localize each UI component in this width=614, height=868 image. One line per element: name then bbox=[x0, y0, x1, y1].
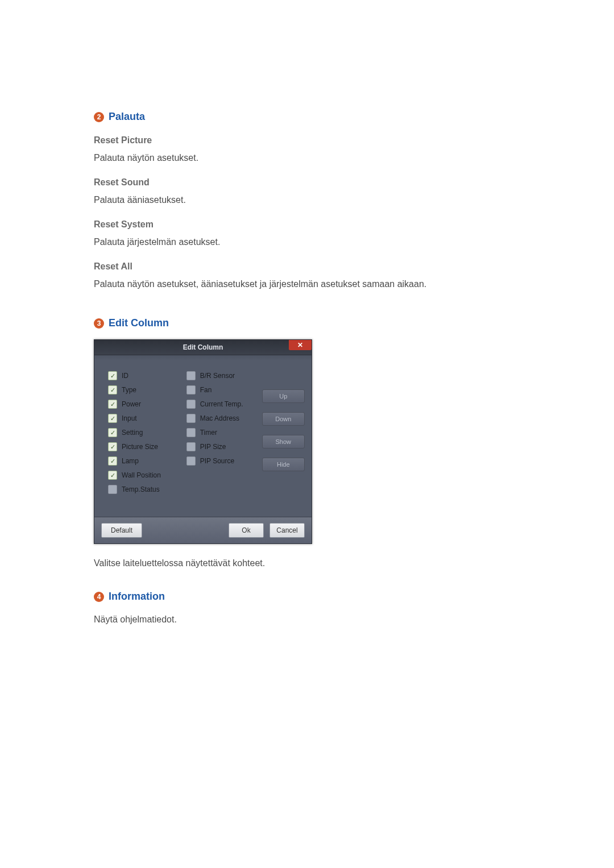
column-right: Up Down Show Hide bbox=[262, 371, 305, 494]
checkbox-icon[interactable]: ✓ bbox=[108, 456, 117, 466]
checkbox-icon[interactable] bbox=[186, 428, 196, 437]
section-heading-edit-column: 3 Edit Column bbox=[94, 317, 523, 329]
checkbox-label: PIP Size bbox=[200, 443, 226, 451]
badge-icon: 3 bbox=[94, 318, 104, 329]
hide-button[interactable]: Hide bbox=[262, 458, 305, 471]
edit-column-dialog: Edit Column ✕ ✓ID✓Type✓Power✓Input✓Setti… bbox=[94, 339, 312, 544]
checkbox-row[interactable]: Temp.Status bbox=[108, 485, 180, 494]
section-title: Palauta bbox=[109, 111, 145, 123]
checkbox-label: Wall Position bbox=[122, 471, 161, 479]
section-heading-palauta: 2 Palauta bbox=[94, 111, 523, 123]
section-title: Information bbox=[109, 591, 165, 603]
checkbox-row[interactable]: ✓Type bbox=[108, 385, 180, 394]
checkbox-label: Type bbox=[122, 386, 136, 394]
checkbox-icon[interactable] bbox=[108, 485, 117, 494]
sub-heading: Reset System bbox=[94, 219, 523, 230]
default-button[interactable]: Default bbox=[101, 523, 142, 538]
checkbox-label: Power bbox=[122, 400, 141, 408]
down-button[interactable]: Down bbox=[262, 412, 305, 426]
dialog-footer: Default Ok Cancel bbox=[94, 517, 312, 543]
checkbox-row[interactable]: PIP Size bbox=[186, 442, 255, 451]
checkbox-row[interactable]: Timer bbox=[186, 428, 255, 437]
checkbox-icon[interactable] bbox=[186, 385, 196, 394]
column-mid: B/R SensorFanCurrent Temp.Mac AddressTim… bbox=[186, 371, 255, 494]
sub-heading: Reset Sound bbox=[94, 177, 523, 188]
checkbox-icon[interactable]: ✓ bbox=[108, 371, 117, 380]
checkbox-icon[interactable]: ✓ bbox=[108, 471, 117, 480]
checkbox-row[interactable]: ✓Lamp bbox=[108, 456, 180, 466]
badge-icon: 2 bbox=[94, 112, 104, 122]
checkbox-row[interactable]: ✓ID bbox=[108, 371, 180, 380]
checkbox-label: Input bbox=[122, 414, 137, 422]
document-page: 2 Palauta Reset Picture Palauta näytön a… bbox=[0, 0, 614, 868]
checkbox-label: Picture Size bbox=[122, 443, 158, 451]
checkbox-icon[interactable] bbox=[186, 414, 196, 423]
ok-button[interactable]: Ok bbox=[229, 523, 264, 538]
dialog-title: Edit Column bbox=[183, 343, 223, 351]
body-text: Näytä ohjelmatiedot. bbox=[94, 613, 523, 626]
cancel-button[interactable]: Cancel bbox=[269, 523, 305, 538]
checkbox-icon[interactable]: ✓ bbox=[108, 414, 117, 423]
checkbox-row[interactable]: Mac Address bbox=[186, 414, 255, 423]
body-text: Valitse laiteluettelossa näytettävät koh… bbox=[94, 556, 523, 570]
checkbox-row[interactable]: ✓Setting bbox=[108, 428, 180, 437]
checkbox-row[interactable]: Fan bbox=[186, 385, 255, 394]
body-text: Palauta näytön asetukset. bbox=[94, 151, 523, 165]
checkbox-icon[interactable]: ✓ bbox=[108, 428, 117, 437]
checkbox-label: ID bbox=[122, 372, 128, 380]
checkbox-icon[interactable]: ✓ bbox=[108, 400, 117, 409]
checkbox-label: Fan bbox=[200, 386, 212, 394]
checkbox-label: Timer bbox=[200, 429, 217, 437]
close-icon: ✕ bbox=[297, 341, 303, 349]
checkbox-icon[interactable] bbox=[186, 400, 196, 409]
body-text: Palauta näytön asetukset, ääniasetukset … bbox=[94, 277, 523, 291]
column-left: ✓ID✓Type✓Power✓Input✓Setting✓Picture Siz… bbox=[108, 371, 180, 494]
close-button[interactable]: ✕ bbox=[289, 340, 312, 350]
checkbox-label: Current Temp. bbox=[200, 400, 243, 408]
checkbox-label: Mac Address bbox=[200, 414, 239, 422]
body-text: Palauta järjestelmän asetukset. bbox=[94, 235, 523, 249]
checkbox-row[interactable]: PIP Source bbox=[186, 456, 255, 466]
sub-heading: Reset All bbox=[94, 261, 523, 272]
body-text: Palauta ääniasetukset. bbox=[94, 193, 523, 207]
checkbox-row[interactable]: ✓Power bbox=[108, 400, 180, 409]
checkbox-label: Lamp bbox=[122, 457, 139, 465]
checkbox-label: Setting bbox=[122, 429, 143, 437]
checkbox-icon[interactable]: ✓ bbox=[108, 385, 117, 394]
checkbox-icon[interactable] bbox=[186, 456, 196, 466]
up-button[interactable]: Up bbox=[262, 389, 305, 403]
checkbox-row[interactable]: Current Temp. bbox=[186, 400, 255, 409]
checkbox-label: Temp.Status bbox=[122, 485, 160, 493]
checkbox-row[interactable]: ✓Input bbox=[108, 414, 180, 423]
show-button[interactable]: Show bbox=[262, 435, 305, 448]
checkbox-row[interactable]: ✓Wall Position bbox=[108, 471, 180, 480]
badge-icon: 4 bbox=[94, 592, 104, 602]
checkbox-icon[interactable] bbox=[186, 442, 196, 451]
section-heading-information: 4 Information bbox=[94, 591, 523, 603]
checkbox-row[interactable]: ✓Picture Size bbox=[108, 442, 180, 451]
dialog-titlebar: Edit Column ✕ bbox=[94, 340, 312, 355]
section-title: Edit Column bbox=[109, 317, 169, 329]
checkbox-row[interactable]: B/R Sensor bbox=[186, 371, 255, 380]
checkbox-label: B/R Sensor bbox=[200, 372, 235, 380]
checkbox-label: PIP Source bbox=[200, 457, 234, 465]
checkbox-icon[interactable] bbox=[186, 371, 196, 380]
dialog-body: ✓ID✓Type✓Power✓Input✓Setting✓Picture Siz… bbox=[94, 355, 312, 517]
checkbox-icon[interactable]: ✓ bbox=[108, 442, 117, 451]
sub-heading: Reset Picture bbox=[94, 135, 523, 146]
